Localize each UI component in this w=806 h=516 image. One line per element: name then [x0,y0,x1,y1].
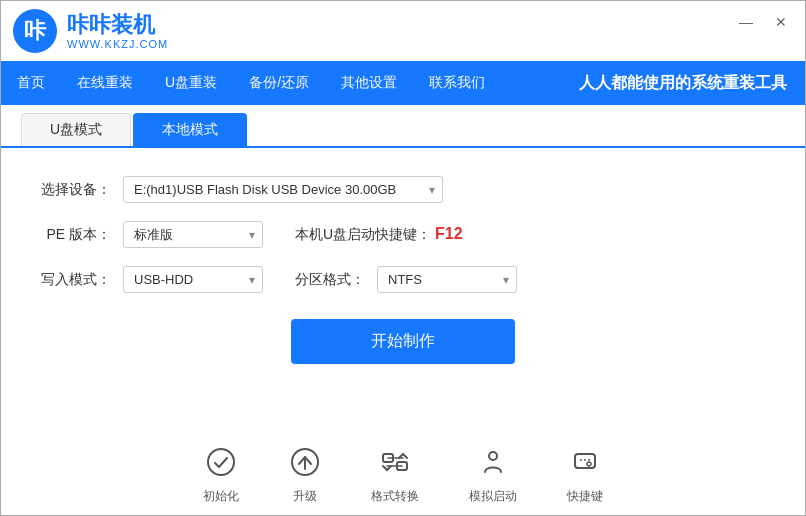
pe-label: PE 版本： [41,226,111,244]
write-select-wrapper: USB-HDD [123,266,263,293]
nav-item-settings[interactable]: 其他设置 [325,61,413,105]
shortcut-hint: 本机U盘启动快捷键： F12 [295,225,463,244]
upgrade-icon [289,446,321,482]
svg-point-7 [489,452,497,460]
partition-label-text: 分区格式： [295,271,365,289]
write-label: 写入模式： [41,271,111,289]
titlebar: 咔 咔咔装机 WWW.KKZJ.COM — ✕ [1,1,805,61]
device-row: 选择设备： E:(hd1)USB Flash Disk USB Device 3… [41,176,765,203]
format-icon [379,446,411,482]
svg-point-9 [587,462,591,466]
tab-usb-mode[interactable]: U盘模式 [21,113,131,146]
simulate-icon-item[interactable]: 模拟启动 [469,446,517,505]
app-logo: 咔 [13,9,57,53]
form-area: 选择设备： E:(hd1)USB Flash Disk USB Device 3… [1,148,805,384]
nav-item-backup[interactable]: 备份/还原 [233,61,325,105]
partition-select[interactable]: NTFS [377,266,517,293]
nav-slogan: 人人都能使用的系统重装工具 [561,61,805,105]
start-button[interactable]: 开始制作 [291,319,515,364]
pe-row: PE 版本： 标准版 本机U盘启动快捷键： F12 [41,221,765,248]
close-button[interactable]: ✕ [769,13,793,31]
nav-item-contact[interactable]: 联系我们 [413,61,501,105]
upgrade-label: 升级 [293,488,317,505]
simulate-icon [477,446,509,482]
device-select[interactable]: E:(hd1)USB Flash Disk USB Device 30.00GB [123,176,443,203]
minimize-button[interactable]: — [733,13,759,31]
bottom-icons: 初始化 升级 [1,428,805,515]
window-controls: — ✕ [733,13,793,31]
content-area: U盘模式 本地模式 选择设备： E:(hd1)USB Flash Disk US… [1,105,805,515]
tabs: U盘模式 本地模式 [1,105,805,148]
navbar: 首页 在线重装 U盘重装 备份/还原 其他设置 联系我们 人人都能使用的系统重装… [1,61,805,105]
main-window: 咔 咔咔装机 WWW.KKZJ.COM — ✕ 首页 在线重装 U盘重装 备份/… [0,0,806,516]
title-text: 咔咔装机 WWW.KKZJ.COM [67,12,168,50]
device-label: 选择设备： [41,181,111,199]
upgrade-icon-item[interactable]: 升级 [289,446,321,505]
app-name: 咔咔装机 [67,12,168,38]
nav-items: 首页 在线重装 U盘重装 备份/还原 其他设置 联系我们 [1,61,501,105]
init-icon-item[interactable]: 初始化 [203,446,239,505]
nav-item-online-reinstall[interactable]: 在线重装 [61,61,149,105]
pe-select-wrapper: 标准版 [123,221,263,248]
nav-item-home[interactable]: 首页 [1,61,61,105]
shortcut-icon [569,446,601,482]
app-url: WWW.KKZJ.COM [67,38,168,50]
tab-local-mode[interactable]: 本地模式 [133,113,247,146]
start-btn-row: 开始制作 [41,319,765,364]
init-label: 初始化 [203,488,239,505]
device-select-wrapper: E:(hd1)USB Flash Disk USB Device 30.00GB [123,176,443,203]
svg-point-0 [208,449,234,475]
shortcut-key-value: F12 [435,225,463,242]
simulate-label: 模拟启动 [469,488,517,505]
format-icon-item[interactable]: 格式转换 [371,446,419,505]
partition-select-wrapper: NTFS [377,266,517,293]
nav-item-usb-reinstall[interactable]: U盘重装 [149,61,233,105]
logo-char: 咔 [24,16,46,46]
init-icon [205,446,237,482]
format-label: 格式转换 [371,488,419,505]
write-row: 写入模式： USB-HDD 分区格式： NTFS [41,266,765,293]
shortcut-label: 快捷键 [567,488,603,505]
shortcut-icon-item[interactable]: 快捷键 [567,446,603,505]
pe-select[interactable]: 标准版 [123,221,263,248]
write-select[interactable]: USB-HDD [123,266,263,293]
